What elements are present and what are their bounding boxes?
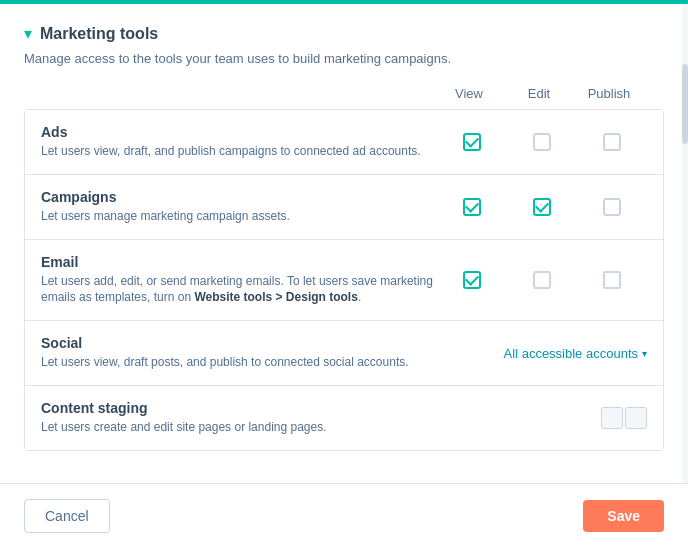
permission-info-campaigns: Campaigns Let users manage marketing cam… bbox=[41, 189, 437, 225]
footer: Cancel Save bbox=[0, 483, 688, 547]
toggle-left bbox=[601, 407, 623, 429]
scrollbar-thumb[interactable] bbox=[682, 64, 688, 144]
checkbox-cell-campaigns-edit bbox=[507, 198, 577, 216]
checkbox-campaigns-publish[interactable] bbox=[603, 198, 621, 216]
permission-controls-ads bbox=[437, 133, 647, 151]
accessible-accounts-label: All accessible accounts bbox=[504, 346, 638, 361]
permission-controls-campaigns bbox=[437, 198, 647, 216]
checkbox-campaigns-edit[interactable] bbox=[533, 198, 551, 216]
permission-name-email: Email bbox=[41, 254, 437, 270]
checkbox-cell-ads-edit bbox=[507, 133, 577, 151]
checkbox-campaigns-view[interactable] bbox=[463, 198, 481, 216]
permission-info-social: Social Let users view, draft posts, and … bbox=[41, 335, 504, 371]
permission-name-campaigns: Campaigns bbox=[41, 189, 437, 205]
design-tools-link[interactable]: Website tools > Design tools bbox=[194, 290, 357, 304]
permission-controls-social: All accessible accounts ▾ bbox=[504, 346, 647, 361]
checkbox-cell-ads-view bbox=[437, 133, 507, 151]
permission-info-ads: Ads Let users view, draft, and publish c… bbox=[41, 124, 437, 160]
section-header: ▾ Marketing tools bbox=[24, 24, 664, 43]
checkbox-cell-email-view bbox=[437, 271, 507, 289]
checkbox-ads-publish[interactable] bbox=[603, 133, 621, 151]
table-row: Content staging Let users create and edi… bbox=[25, 386, 663, 450]
table-row: Ads Let users view, draft, and publish c… bbox=[25, 110, 663, 175]
permission-name-ads: Ads bbox=[41, 124, 437, 140]
col-header-edit: Edit bbox=[504, 86, 574, 101]
checkbox-cell-email-publish bbox=[577, 271, 647, 289]
checkbox-email-view[interactable] bbox=[463, 271, 481, 289]
permission-desc-ads: Let users view, draft, and publish campa… bbox=[41, 143, 437, 160]
column-headers: View Edit Publish bbox=[24, 86, 664, 101]
checkbox-cell-campaigns-view bbox=[437, 198, 507, 216]
cancel-button[interactable]: Cancel bbox=[24, 499, 110, 533]
checkbox-cell-ads-publish bbox=[577, 133, 647, 151]
table-row: Social Let users view, draft posts, and … bbox=[25, 321, 663, 386]
permission-info-content-staging: Content staging Let users create and edi… bbox=[41, 400, 601, 436]
toggle-right bbox=[625, 407, 647, 429]
checkbox-email-edit[interactable] bbox=[533, 271, 551, 289]
permission-desc-content-staging: Let users create and edit site pages or … bbox=[41, 419, 601, 436]
dropdown-arrow-icon: ▾ bbox=[642, 348, 647, 359]
chevron-icon[interactable]: ▾ bbox=[24, 24, 32, 43]
permission-controls-email bbox=[437, 271, 647, 289]
toggle-container[interactable] bbox=[601, 407, 647, 429]
col-header-publish: Publish bbox=[574, 86, 644, 101]
checkbox-ads-view[interactable] bbox=[463, 133, 481, 151]
table-row: Campaigns Let users manage marketing cam… bbox=[25, 175, 663, 240]
permission-name-social: Social bbox=[41, 335, 504, 351]
accessible-accounts-dropdown[interactable]: All accessible accounts ▾ bbox=[504, 346, 647, 361]
permission-desc-social: Let users view, draft posts, and publish… bbox=[41, 354, 504, 371]
checkbox-email-publish[interactable] bbox=[603, 271, 621, 289]
permission-controls-content-staging bbox=[601, 407, 647, 429]
section-title: Marketing tools bbox=[40, 25, 158, 43]
permissions-table: Ads Let users view, draft, and publish c… bbox=[24, 109, 664, 451]
section-description: Manage access to the tools your team use… bbox=[24, 51, 664, 66]
checkbox-cell-campaigns-publish bbox=[577, 198, 647, 216]
checkbox-ads-edit[interactable] bbox=[533, 133, 551, 151]
permission-desc-email: Let users add, edit, or send marketing e… bbox=[41, 273, 437, 307]
save-button[interactable]: Save bbox=[583, 500, 664, 532]
scrollbar-track bbox=[682, 4, 688, 483]
permission-desc-campaigns: Let users manage marketing campaign asse… bbox=[41, 208, 437, 225]
checkbox-cell-email-edit bbox=[507, 271, 577, 289]
permission-info-email: Email Let users add, edit, or send marke… bbox=[41, 254, 437, 307]
permission-name-content-staging: Content staging bbox=[41, 400, 601, 416]
table-row: Email Let users add, edit, or send marke… bbox=[25, 240, 663, 322]
col-header-view: View bbox=[434, 86, 504, 101]
main-content: ▾ Marketing tools Manage access to the t… bbox=[0, 4, 688, 483]
